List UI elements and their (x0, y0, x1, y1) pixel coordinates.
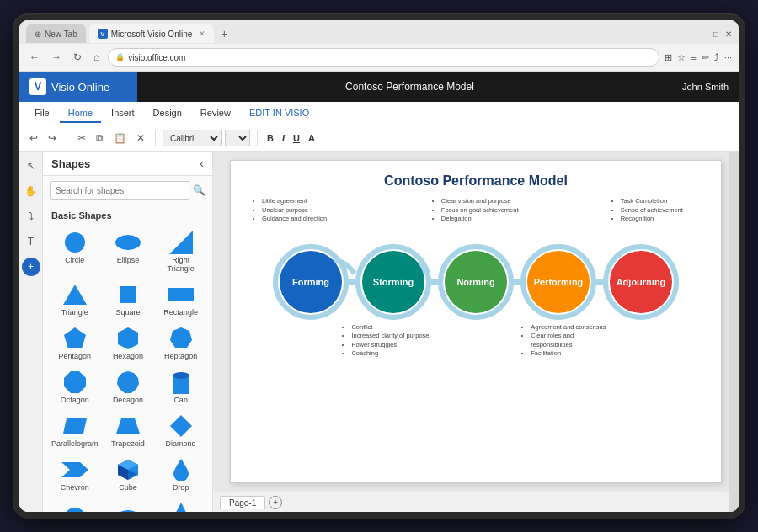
shape-ellipse[interactable]: Ellipse (104, 227, 153, 276)
shape-can[interactable]: Can (156, 367, 206, 407)
font-selector[interactable]: Calibri (163, 130, 222, 146)
home-button[interactable]: ⌂ (90, 50, 103, 65)
refresh-button[interactable]: ↻ (70, 50, 85, 65)
bold-button[interactable]: B (264, 132, 276, 144)
url-text: visio.office.com (128, 53, 185, 62)
shape-heptagon[interactable]: Heptagon (156, 323, 206, 364)
more-icon[interactable]: ··· (724, 52, 732, 62)
new-tab-label: New Tab (45, 29, 77, 39)
tab-edit-in-visio[interactable]: EDIT IN VISIO (241, 104, 318, 123)
shape-chevron[interactable]: Chevron (50, 455, 100, 495)
svg-rect-5 (168, 288, 194, 301)
shape-pentagon[interactable]: Pentagon (50, 323, 100, 364)
shape-search-bar: 🔍 (43, 176, 212, 205)
pointer-tool[interactable]: ↖ (22, 157, 40, 175)
svg-marker-15 (116, 418, 140, 434)
new-tab-button[interactable]: + (221, 27, 227, 40)
browser-tab-visio[interactable]: V Microsoft Visio Online ✕ (89, 24, 215, 43)
sidebar-collapse-button[interactable]: ‹ (200, 157, 204, 170)
shape-circle[interactable]: Circle (50, 227, 100, 276)
shapes-grid: Circle Ellipse (43, 224, 212, 512)
shape-cone[interactable]: Cone (156, 498, 206, 512)
tablet-screen: ⊕ New Tab V Microsoft Visio Online ✕ + —… (19, 20, 739, 512)
shape-cube[interactable]: Cube (104, 455, 153, 495)
browser-nav-right: ⊞ ☆ ≡ ✏ ⤴ ··· (665, 52, 732, 63)
close-button[interactable]: ✕ (725, 29, 732, 39)
font-color-button[interactable]: A (306, 132, 318, 144)
ellipse-icon (115, 231, 141, 254)
search-icon[interactable]: 🔍 (193, 184, 206, 196)
toolbar-sep-3 (257, 130, 258, 146)
page-tab-1[interactable]: Page-1 (220, 496, 265, 509)
cut-button[interactable]: ✂ (74, 130, 89, 146)
adjourning-ring: Adjourning (603, 244, 679, 320)
shape-octagon[interactable]: Octagon (50, 367, 100, 407)
shape-rectangle[interactable]: Rectangle (156, 279, 206, 320)
tab-insert[interactable]: Insert (103, 104, 143, 123)
connector-2 (431, 279, 438, 285)
shape-trapezoid[interactable]: Trapezoid (104, 411, 153, 451)
back-button[interactable]: ← (26, 50, 43, 65)
copy-button[interactable]: ⧉ (93, 130, 107, 146)
reading-mode-icon[interactable]: ⊞ (665, 52, 672, 63)
tab-close-icon[interactable]: ✕ (199, 29, 206, 38)
connector-3 (514, 279, 520, 285)
note-norming-top: Clear vision and purpose Focus on goal a… (431, 197, 520, 224)
redo-button[interactable]: ↪ (45, 130, 60, 146)
square-icon (115, 283, 141, 306)
favorites-icon[interactable]: ☆ (677, 52, 686, 63)
shape-parallelogram[interactable]: Parallelogram (50, 411, 100, 451)
minimize-button[interactable]: — (698, 29, 707, 39)
notes-icon[interactable]: ✏ (702, 52, 709, 63)
paste-button[interactable]: 📋 (110, 130, 130, 146)
stage-adjourning: Adjourning (603, 244, 679, 320)
tab-file[interactable]: File (26, 104, 58, 123)
undo-button[interactable]: ↩ (26, 130, 41, 146)
octagon-icon (61, 370, 88, 394)
add-shape-tool[interactable]: + (22, 258, 40, 276)
text-tool[interactable]: T (22, 232, 40, 251)
trapezoid-icon (115, 414, 141, 438)
page-tabs: Page-1 + (213, 492, 739, 512)
italic-button[interactable]: I (280, 132, 287, 144)
shape-drop[interactable]: Drop (156, 455, 206, 495)
shape-semi-ellipse[interactable]: Semi Ellipse (104, 498, 153, 512)
shape-right-triangle[interactable]: Right Triangle (156, 227, 206, 276)
shape-triangle[interactable]: Triangle (50, 279, 100, 320)
address-bar[interactable]: 🔒 visio.office.com (108, 48, 659, 66)
share-icon[interactable]: ⤴ (714, 52, 719, 62)
scroll-bar-right[interactable] (729, 152, 739, 512)
tab-home[interactable]: Home (60, 104, 101, 123)
browser-tab-new[interactable]: ⊕ New Tab (26, 24, 86, 43)
svg-marker-16 (170, 415, 192, 437)
delete-button[interactable]: ✕ (133, 130, 148, 146)
forward-button[interactable]: → (48, 50, 65, 65)
underline-button[interactable]: U (291, 132, 302, 144)
shape-decagon[interactable]: Decagon (104, 367, 153, 407)
performing-circle: Performing (527, 251, 590, 313)
toolbar-sep-2 (155, 130, 156, 146)
connector-tool[interactable]: ⤵ (22, 207, 40, 226)
user-name: John Smith (682, 82, 739, 92)
shape-diamond[interactable]: Diamond (156, 411, 206, 451)
hand-tool[interactable]: ✋ (22, 182, 40, 200)
tab-review[interactable]: Review (192, 104, 239, 123)
maximize-button[interactable]: □ (713, 29, 718, 39)
shape-search-input[interactable] (50, 181, 190, 200)
drop-icon (168, 458, 195, 481)
connector-4 (596, 279, 603, 285)
shape-semi-circle[interactable]: Semi Circle (50, 498, 100, 512)
stages-row: Forming Storming (273, 244, 679, 320)
adjourning-circle: Adjourning (610, 251, 672, 313)
shape-hexagon[interactable]: Hexagon (104, 323, 153, 364)
semi-circle-icon (61, 502, 88, 512)
app-header: V Visio Online Contoso Performance Model… (19, 72, 739, 102)
triangle-icon (61, 283, 88, 306)
add-page-button[interactable]: + (269, 496, 282, 509)
shape-square[interactable]: Square (104, 279, 153, 320)
canvas-page[interactable]: Contoso Performance Model Little agreeme… (230, 160, 722, 483)
font-size-selector[interactable]: 12 (225, 130, 250, 146)
canvas-area: Contoso Performance Model Little agreeme… (213, 152, 739, 512)
hub-icon[interactable]: ≡ (691, 52, 696, 62)
tab-design[interactable]: Design (145, 104, 190, 123)
